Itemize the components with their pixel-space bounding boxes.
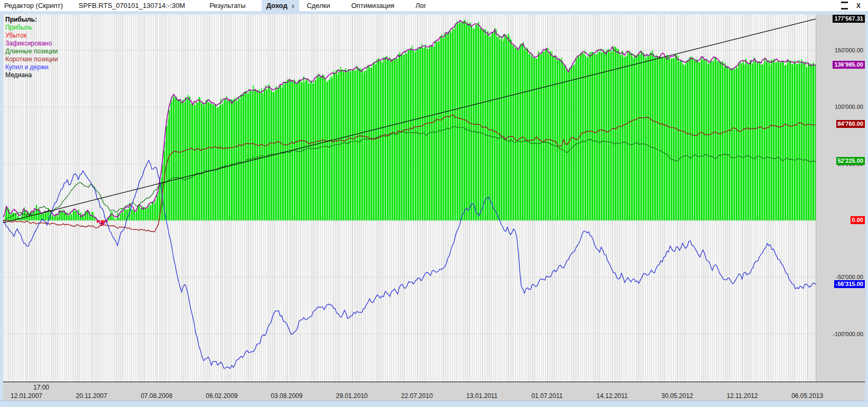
menu-item-instrument[interactable]: SPFB.RTS_070101_130714:-:30M	[77, 1, 187, 11]
legend-item-median[interactable]: Медиана	[5, 71, 58, 79]
frame-bottom	[0, 401, 868, 407]
terminal-window: { "menubar": { "items": [ {"label": "Ред…	[0, 0, 868, 407]
y-axis-value-badge: 136'985.00	[833, 61, 865, 69]
x-axis-date-label: 03.08.2009	[271, 392, 302, 400]
x-axis-date-label: 20.11.2007	[76, 392, 107, 400]
legend-item-short-positions[interactable]: Короткие позиции	[5, 56, 58, 63]
panel-menu-icon[interactable]	[841, 2, 848, 10]
y-axis-value-badge: -56'315.00	[834, 280, 865, 288]
tab-income-label: Доход	[266, 2, 288, 10]
legend-item-buy-and-hold[interactable]: Купил и держи	[5, 63, 58, 71]
x-axis-date-label: 12.01.2007	[11, 392, 42, 400]
menu-item-trades[interactable]: Сделки	[304, 1, 332, 11]
x-axis-date-label: 06.02.2009	[206, 392, 237, 400]
y-axis-value-badge: 0.00	[851, 216, 865, 224]
value-axis: 150'000.00100'000.0050'000.00-50'000.00-…	[816, 14, 865, 382]
y-axis-value-badge: 177'567.31	[833, 15, 865, 23]
legend-item-fixed[interactable]: Зафиксировано	[5, 40, 58, 48]
x-axis-date-label: 13.01.2011	[466, 392, 497, 400]
y-axis-tick-label: 100'000.00	[835, 103, 863, 110]
y-axis-tick-label: -100'000.00	[833, 330, 863, 338]
profit-area	[3, 20, 816, 226]
x-axis-date-label: 12.11.2012	[727, 392, 758, 400]
legend-item-loss[interactable]: Убыток	[5, 32, 58, 40]
legend-item-profit[interactable]: Прибыль	[5, 24, 58, 32]
y-axis-value-badge: 84'760.00	[836, 120, 865, 128]
x-axis-date-label: 07.08.2008	[141, 392, 172, 400]
close-icon[interactable]: X	[856, 3, 861, 9]
menu-item-editor[interactable]: Редактор (Скрипт)	[2, 1, 65, 11]
menu-bar: Редактор (Скрипт) SPFB.RTS_070101_130714…	[0, 0, 868, 11]
window-icons: X	[841, 2, 861, 10]
date-axis: 17:00 12.01.200720.11.200707.08.200806.0…	[3, 382, 865, 401]
x-axis-date-label: 14.12.2011	[596, 392, 627, 400]
menu-item-optimization[interactable]: Оптимизация	[349, 1, 396, 11]
x-axis-time-label: 17:00	[33, 384, 49, 391]
x-axis-date-label: 01.07.2011	[531, 392, 562, 400]
tab-close-icon[interactable]: x	[292, 3, 295, 9]
legend-title: Прибыль:	[5, 16, 58, 24]
plot-area[interactable]	[3, 14, 816, 382]
tab-income[interactable]: Доход x	[262, 0, 299, 11]
chart-legend: Прибыль: Прибыль Убыток Зафиксировано Дл…	[5, 16, 58, 79]
y-axis-value-badge: 52'225.00	[836, 157, 865, 165]
x-axis-date-label: 29.01.2010	[336, 392, 367, 400]
legend-item-long-positions[interactable]: Длинные позиции	[5, 48, 58, 56]
y-axis-tick-label: 150'000.00	[835, 47, 863, 54]
menu-item-log[interactable]: Лог	[413, 1, 429, 11]
x-axis-date-label: 30.05.2012	[661, 392, 693, 400]
x-axis-date-label: 22.07.2010	[401, 392, 433, 400]
menu-item-results[interactable]: Результаты	[207, 1, 247, 11]
x-axis-date-label: 06.05.2013	[791, 392, 823, 400]
